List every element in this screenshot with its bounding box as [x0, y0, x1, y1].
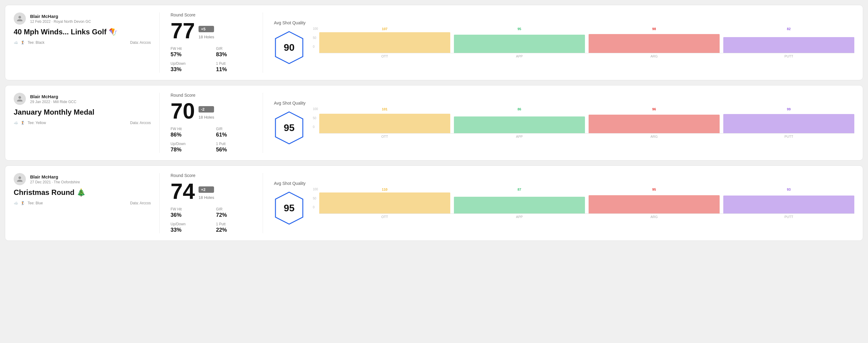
bar-value-label: 110 — [319, 188, 450, 191]
card-left: Blair McHarg 29 Jan 2022 · Mill Ride GCC… — [14, 93, 160, 153]
bar-rect — [319, 32, 450, 53]
axis-labels-row: OTTAPPARGPUTT — [319, 215, 854, 219]
weather-icon: ☁️ — [14, 121, 18, 125]
oneputt-label: 1 Putt — [216, 142, 252, 146]
bar-value-label: 107 — [319, 27, 450, 31]
bar-value-label: 99 — [723, 107, 854, 111]
bar-column — [454, 192, 585, 214]
bar-column — [319, 192, 450, 214]
bar-value-label: 95 — [454, 27, 585, 31]
stats-grid: FW Hit 36% GIR 72% Up/Down 33% 1 Putt 22… — [170, 207, 252, 233]
bag-icon: 🏌 — [21, 40, 25, 45]
bar-chart: 100 50 0 110879593 OTTAPPARGPUTT — [313, 188, 854, 219]
oneputt-value: 22% — [216, 227, 252, 233]
axis-label: PUTT — [723, 215, 854, 219]
updown-value: 78% — [170, 147, 207, 153]
user-row: Blair McHarg 27 Dec 2021 · The Oxfordshi… — [14, 173, 151, 185]
tee-info: ☁️ 🏌 Tee: Yellow — [14, 121, 46, 125]
bar-column — [723, 192, 854, 214]
user-info: Blair McHarg 27 Dec 2021 · The Oxfordshi… — [30, 174, 80, 184]
bar-rect — [589, 34, 720, 53]
chart-container: 100 50 0 107959882 OTTAPPARGPUTT — [313, 27, 854, 58]
bar-value-label: 87 — [454, 188, 585, 191]
fw-hit-value: 36% — [170, 212, 207, 218]
user-info: Blair McHarg 12 Feb 2022 · Royal North D… — [30, 14, 91, 24]
tee-row: ☁️ 🏌 Tee: Blue Data: Arccos — [14, 201, 151, 205]
user-meta: 12 Feb 2022 · Royal North Devon GC — [30, 20, 91, 24]
hexagon-score: 95 — [284, 202, 294, 214]
user-meta: 27 Dec 2021 · The Oxfordshire — [30, 180, 80, 184]
hexagon-score: 95 — [284, 122, 294, 133]
axis-labels-row: OTTAPPARGPUTT — [319, 135, 854, 138]
bar-rect — [723, 114, 854, 133]
score-badge: -2 — [198, 106, 214, 113]
gir-stat: GIR 61% — [216, 127, 252, 138]
user-row: Blair McHarg 12 Feb 2022 · Royal North D… — [14, 12, 151, 25]
oneputt-label: 1 Putt — [216, 222, 252, 226]
score-row: 77 +5 18 Holes — [170, 20, 252, 42]
avatar — [14, 173, 26, 185]
bars-area: 101869699 OTTAPPARGPUTT — [319, 107, 854, 138]
fw-hit-stat: FW Hit 36% — [170, 207, 207, 218]
bar-column — [454, 112, 585, 133]
person-icon — [17, 15, 23, 22]
gir-stat: GIR 83% — [216, 46, 252, 58]
bag-icon: 🏌 — [21, 201, 25, 205]
value-labels-row: 101869699 — [319, 107, 854, 111]
y-axis-labels: 100 50 0 — [313, 188, 319, 215]
axis-label: ARG — [589, 55, 720, 58]
bar-rect — [589, 195, 720, 214]
fw-hit-stat: FW Hit 57% — [170, 46, 207, 58]
bar-value-label: 93 — [723, 188, 854, 191]
card-quality: Avg Shot Quality 95 100 50 0 110879593 — [263, 173, 854, 233]
data-source: Data: Arccos — [130, 40, 151, 45]
bars-row — [319, 112, 854, 133]
axis-label: ARG — [589, 135, 720, 138]
updown-label: Up/Down — [170, 222, 207, 226]
bar-rect — [723, 195, 854, 214]
bar-column — [319, 112, 450, 133]
bar-rect — [319, 192, 450, 214]
hexagon: 90 — [274, 30, 304, 65]
bars-row — [319, 192, 854, 214]
gir-stat: GIR 72% — [216, 207, 252, 218]
fw-hit-label: FW Hit — [170, 207, 207, 211]
user-name: Blair McHarg — [30, 14, 91, 19]
card-middle: Round Score 74 +2 18 Holes FW Hit 36% GI… — [160, 173, 263, 233]
fw-hit-value: 57% — [170, 52, 207, 58]
quality-label: Avg Shot Quality — [274, 20, 306, 25]
stats-grid: FW Hit 57% GIR 83% Up/Down 33% 1 Putt 11… — [170, 46, 252, 73]
bar-column — [723, 32, 854, 53]
score-sub: -2 18 Holes — [198, 106, 214, 120]
hexagon: 95 — [274, 191, 304, 226]
gir-value: 72% — [216, 212, 252, 218]
value-labels-row: 110879593 — [319, 188, 854, 191]
bar-chart: 100 50 0 101869699 OTTAPPARGPUTT — [313, 107, 854, 138]
score-sub: +5 18 Holes — [198, 26, 214, 39]
bar-column — [723, 112, 854, 133]
card-left: Blair McHarg 27 Dec 2021 · The Oxfordshi… — [14, 173, 160, 233]
oneputt-label: 1 Putt — [216, 61, 252, 66]
stats-grid: FW Hit 86% GIR 61% Up/Down 78% 1 Putt 56… — [170, 127, 252, 153]
score-badge: +5 — [198, 26, 214, 32]
bar-rect — [454, 197, 585, 214]
y-axis-labels: 100 50 0 — [313, 107, 319, 135]
score-number: 70 — [170, 100, 195, 122]
axis-label: OTT — [319, 135, 450, 138]
fw-hit-label: FW Hit — [170, 46, 207, 51]
gir-label: GIR — [216, 207, 252, 211]
gir-label: GIR — [216, 127, 252, 131]
bar-rect — [454, 117, 585, 133]
updown-value: 33% — [170, 227, 207, 233]
avatar — [14, 93, 26, 105]
score-holes: 18 Holes — [198, 195, 214, 200]
data-source: Data: Arccos — [130, 201, 151, 205]
tee-row: ☁️ 🏌 Tee: Yellow Data: Arccos — [14, 121, 151, 125]
gir-value: 83% — [216, 52, 252, 58]
weather-icon: ☁️ — [14, 40, 18, 45]
updown-stat: Up/Down 78% — [170, 142, 207, 153]
user-name: Blair McHarg — [30, 174, 80, 179]
data-source: Data: Arccos — [130, 121, 151, 125]
oneputt-stat: 1 Putt 22% — [216, 222, 252, 233]
score-holes: 18 Holes — [198, 115, 214, 120]
